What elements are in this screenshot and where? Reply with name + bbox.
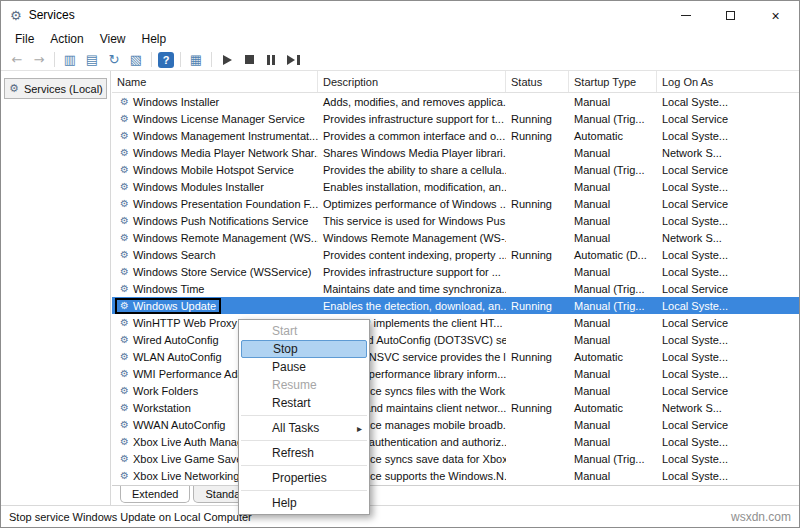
minimize-button[interactable] — [663, 2, 708, 29]
service-startup-type: Manual — [569, 365, 657, 382]
column-header-status[interactable]: Status — [506, 71, 569, 92]
service-name: Windows Modules Installer — [133, 181, 264, 193]
table-row[interactable]: ⚙Windows License Manager ServiceProvides… — [112, 110, 799, 127]
table-row[interactable]: ⚙Windows InstallerAdds, modifies, and re… — [112, 93, 799, 110]
menu-separator — [241, 465, 367, 466]
table-row[interactable]: ⚙WMI Performance AdapterProvides perform… — [112, 365, 799, 382]
table-row[interactable]: ⚙WorkstationCreates and maintains client… — [112, 399, 799, 416]
table-row[interactable]: ⚙Windows TimeMaintains date and time syn… — [112, 280, 799, 297]
table-row[interactable]: ⚙Windows SearchProvides content indexing… — [112, 246, 799, 263]
service-name: WLAN AutoConfig — [133, 351, 222, 363]
table-row[interactable]: ⚙WLAN AutoConfigThe WLANSVC service prov… — [112, 348, 799, 365]
export-list-icon[interactable]: ▧ — [127, 51, 145, 69]
service-name: Xbox Live Auth Manager — [133, 436, 253, 448]
service-description: Adds, modifies, and removes applica... — [318, 93, 506, 110]
service-name: Windows Management Instrumentat... — [133, 130, 318, 142]
table-row[interactable]: ⚙Windows Store Service (WSService)Provid… — [112, 263, 799, 280]
service-gear-icon: ⚙ — [120, 352, 129, 362]
context-menu-item-stop[interactable]: Stop — [241, 340, 367, 358]
context-menu-item-start[interactable]: Start — [239, 322, 369, 340]
service-name-wrap: ⚙WWAN AutoConfig — [115, 417, 230, 433]
show-console-tree-icon[interactable]: ▥ — [61, 51, 79, 69]
table-row[interactable]: ⚙WWAN AutoConfigThis service manages mob… — [112, 416, 799, 433]
service-name-cell: ⚙Windows License Manager Service — [112, 110, 318, 127]
service-gear-icon: ⚙ — [120, 182, 129, 192]
service-status — [506, 229, 569, 246]
pause-service-icon[interactable] — [262, 51, 280, 69]
context-menu-item-resume[interactable]: Resume — [239, 376, 369, 394]
context-menu-item-refresh[interactable]: Refresh — [239, 444, 369, 462]
service-gear-icon: ⚙ — [120, 420, 129, 430]
context-menu-item-help[interactable]: Help — [239, 494, 369, 512]
maximize-button[interactable] — [708, 2, 753, 29]
table-row[interactable]: ⚙Windows Modules InstallerEnables instal… — [112, 178, 799, 195]
toolbar-separator — [151, 52, 152, 67]
service-logon-as: Local Syste... — [657, 127, 799, 144]
table-row[interactable]: ⚙Windows Mobile Hotspot ServiceProvides … — [112, 161, 799, 178]
service-name: Windows Presentation Foundation F... — [133, 198, 318, 210]
service-status — [506, 365, 569, 382]
table-row[interactable]: ⚙Windows Media Player Network Shar...Sha… — [112, 144, 799, 161]
service-name-cell: ⚙Windows Installer — [112, 93, 318, 110]
service-logon-as: Local Syste... — [657, 450, 799, 467]
context-menu-item-pause[interactable]: Pause — [239, 358, 369, 376]
column-header-log-on-as[interactable]: Log On As — [657, 71, 799, 92]
table-row[interactable]: ⚙Xbox Live Game SaveThis service syncs s… — [112, 450, 799, 467]
start-service-icon[interactable] — [218, 51, 236, 69]
service-gear-icon: ⚙ — [120, 301, 129, 311]
extended-view-icon[interactable]: ▦ — [187, 51, 205, 69]
table-row[interactable]: ⚙Windows Presentation Foundation F...Opt… — [112, 195, 799, 212]
services-window: ⚙ Services × FileActionViewHelp ←→▥▤↻▧?▦… — [0, 0, 800, 528]
window-controls: × — [663, 2, 798, 29]
service-logon-as: Local Syste... — [657, 433, 799, 450]
refresh-toolbar-icon[interactable]: ↻ — [105, 51, 123, 69]
table-row[interactable]: ⚙Windows UpdateEnables the detection, do… — [112, 297, 799, 314]
table-row[interactable]: ⚙Windows Push Notifications ServiceThis … — [112, 212, 799, 229]
status-text: Stop service Windows Update on Local Com… — [9, 511, 252, 523]
toolbar-separator — [211, 52, 212, 67]
context-menu: StartStopPauseResumeRestartAll Tasks▸Ref… — [238, 319, 370, 515]
table-row[interactable]: ⚙Work FoldersThis service syncs files wi… — [112, 382, 799, 399]
menu-help[interactable]: Help — [134, 30, 175, 48]
table-row[interactable]: ⚙Windows Remote Management (WS...Windows… — [112, 229, 799, 246]
service-gear-icon: ⚙ — [120, 250, 129, 260]
menu-view[interactable]: View — [92, 30, 134, 48]
properties-toolbar-icon[interactable]: ▤ — [83, 51, 101, 69]
stop-service-icon[interactable] — [240, 51, 258, 69]
table-row[interactable]: ⚙WinHTTP Web Proxy Auto-Discovery...WinH… — [112, 314, 799, 331]
watermark: wsxdn.com — [731, 510, 791, 524]
table-row[interactable]: ⚙Xbox Live Networking ServiceThis servic… — [112, 467, 799, 484]
service-status: Running — [506, 195, 569, 212]
context-menu-label: Help — [272, 496, 297, 510]
service-name-wrap: ⚙WLAN AutoConfig — [115, 349, 227, 365]
tree-node-services-local[interactable]: ⚙ Services (Local) — [4, 78, 107, 99]
service-status — [506, 433, 569, 450]
menu-action[interactable]: Action — [42, 30, 91, 48]
context-menu-item-all-tasks[interactable]: All Tasks▸ — [239, 419, 369, 437]
forward-arrow-icon[interactable]: → — [30, 51, 48, 69]
service-gear-icon: ⚙ — [120, 199, 129, 209]
menu-file[interactable]: File — [7, 30, 42, 48]
context-menu-item-restart[interactable]: Restart — [239, 394, 369, 412]
column-header-description[interactable]: Description — [318, 71, 506, 92]
tab-extended[interactable]: Extended — [120, 486, 190, 503]
column-header-startup-type[interactable]: Startup Type — [569, 71, 657, 92]
table-row[interactable]: ⚙Xbox Live Auth ManagerProvides authenti… — [112, 433, 799, 450]
table-row[interactable]: ⚙Windows Management Instrumentat...Provi… — [112, 127, 799, 144]
service-startup-type: Automatic — [569, 127, 657, 144]
table-row[interactable]: ⚙Wired AutoConfigThe Wired AutoConfig (D… — [112, 331, 799, 348]
service-startup-type: Manual (Trig... — [569, 161, 657, 178]
service-status — [506, 263, 569, 280]
context-menu-item-properties[interactable]: Properties — [239, 469, 369, 487]
service-name-wrap: ⚙Windows Search — [115, 247, 221, 263]
service-startup-type: Manual — [569, 229, 657, 246]
back-arrow-icon[interactable]: ← — [8, 51, 26, 69]
restart-service-icon[interactable] — [284, 51, 302, 69]
column-header-name[interactable]: Name — [112, 71, 318, 92]
close-button[interactable]: × — [753, 2, 798, 29]
service-name-cell: ⚙Windows Management Instrumentat... — [112, 127, 318, 144]
service-name-cell: ⚙Windows Media Player Network Shar... — [112, 144, 318, 161]
service-logon-as: Local Service — [657, 110, 799, 127]
menu-separator — [241, 490, 367, 491]
help-toolbar-icon[interactable]: ? — [158, 52, 174, 68]
